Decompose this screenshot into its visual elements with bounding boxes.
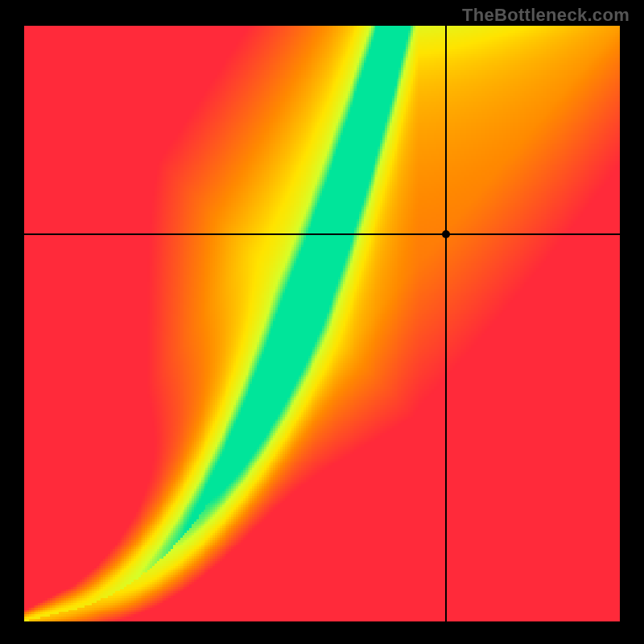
heatmap-canvas [24, 26, 620, 621]
crosshair-vertical [445, 26, 447, 621]
plot-area [24, 26, 620, 621]
selected-point-marker[interactable] [442, 230, 450, 238]
watermark-text: TheBottleneck.com [462, 5, 630, 26]
chart-frame: TheBottleneck.com [0, 0, 644, 644]
crosshair-horizontal [24, 233, 620, 235]
